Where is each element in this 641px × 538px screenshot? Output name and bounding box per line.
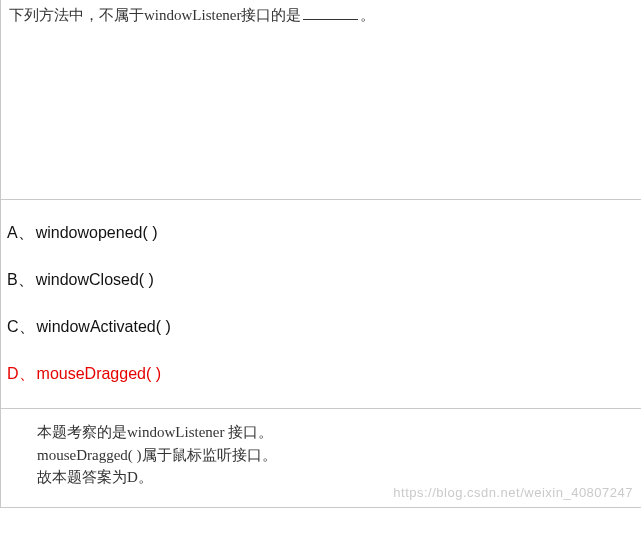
option-c[interactable]: C、windowActivated( ) — [5, 312, 637, 343]
option-c-text: windowActivated( ) — [37, 318, 171, 335]
question-blank — [303, 7, 358, 21]
option-d-letter: D、 — [7, 365, 35, 382]
question-panel: 下列方法中，不属于windowListener接口的是。 — [0, 0, 641, 200]
option-b-text: windowClosed( ) — [36, 271, 154, 288]
question-post: 。 — [360, 7, 375, 23]
option-a-letter: A、 — [7, 224, 34, 241]
option-b[interactable]: B、windowClosed( ) — [5, 265, 637, 296]
explanation-line-2: mouseDragged( )属于鼠标监听接口。 — [37, 444, 605, 467]
question-text: 下列方法中，不属于windowListener接口的是。 — [9, 4, 633, 27]
option-a[interactable]: A、windowopened( ) — [5, 218, 637, 249]
explanation-line-1: 本题考察的是windowListener 接口。 — [37, 421, 605, 444]
question-pre: 下列方法中，不属于windowListener接口的是 — [9, 7, 301, 23]
option-d-text: mouseDragged( ) — [37, 365, 162, 382]
explanation-panel: 本题考察的是windowListener 接口。 mouseDragged( )… — [0, 409, 641, 508]
option-b-letter: B、 — [7, 271, 34, 288]
watermark: https://blog.csdn.net/weixin_40807247 — [393, 483, 633, 503]
options-panel: A、windowopened( ) B、windowClosed( ) C、wi… — [0, 200, 641, 409]
option-a-text: windowopened( ) — [36, 224, 158, 241]
option-d[interactable]: D、mouseDragged( ) — [5, 359, 637, 390]
option-c-letter: C、 — [7, 318, 35, 335]
